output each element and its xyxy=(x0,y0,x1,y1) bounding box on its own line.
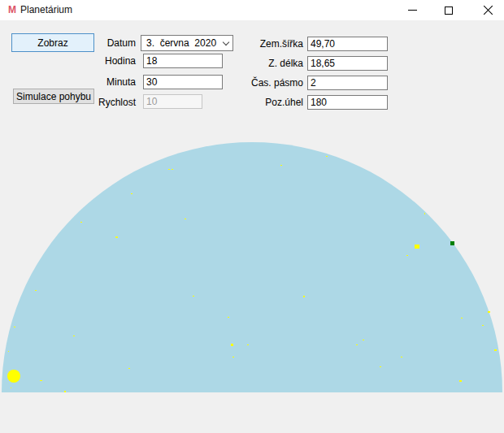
datum-dropdown-arrow[interactable] xyxy=(219,36,232,50)
zem-sirka-label: Zem.šířka xyxy=(245,37,303,51)
minuta-label: Minuta xyxy=(85,75,136,89)
z-delka-label: Z. délka xyxy=(245,56,303,71)
hodina-input[interactable] xyxy=(143,54,223,68)
cas-pasmo-input[interactable] xyxy=(307,76,388,90)
hodina-label: Hodina xyxy=(85,54,136,68)
maximize-icon xyxy=(445,6,453,15)
datum-picker[interactable]: 3. června 2020 xyxy=(141,35,233,51)
app-icon: M xyxy=(8,3,16,16)
minuta-input[interactable] xyxy=(143,75,223,89)
rychlost-input xyxy=(143,94,202,109)
close-button[interactable] xyxy=(474,0,502,20)
window-title: Planetárium xyxy=(20,4,72,15)
z-delka-input[interactable] xyxy=(307,56,388,71)
maximize-button[interactable] xyxy=(435,0,463,20)
title-bar: M Planetárium xyxy=(0,0,504,20)
poz-uhel-label: Poz.úhel xyxy=(245,95,303,110)
cas-pasmo-label: Čas. pásmo xyxy=(245,76,303,90)
minimize-button[interactable] xyxy=(398,0,426,20)
simulace-pohybu-button[interactable]: Simulace pohybu xyxy=(13,89,94,104)
zobraz-button[interactable]: Zobraz xyxy=(11,33,94,52)
datum-label: Datum xyxy=(85,36,136,50)
chevron-down-icon xyxy=(223,38,229,45)
poz-uhel-input[interactable] xyxy=(307,95,388,110)
sky-dome xyxy=(2,142,502,392)
rychlost-label: Rychlost xyxy=(85,95,136,110)
datum-value: 3. června 2020 xyxy=(141,37,219,49)
minimize-icon xyxy=(408,10,417,11)
close-icon xyxy=(483,5,493,15)
zem-sirka-input[interactable] xyxy=(307,37,388,51)
